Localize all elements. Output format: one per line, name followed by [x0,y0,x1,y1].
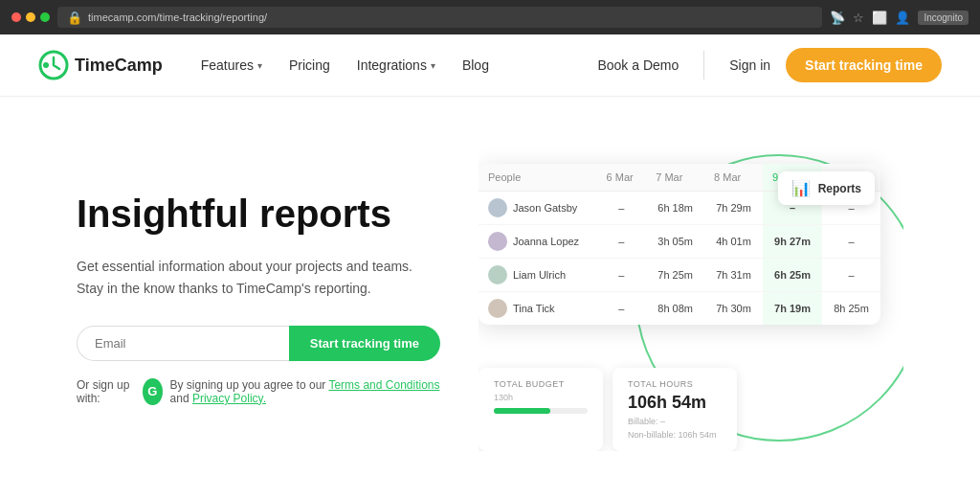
total-budget-card: TOTAL BUDGET 130h [479,368,603,451]
nav-features[interactable]: Features ▾ [201,57,262,73]
person-cell: Joanna Lopez [479,225,597,259]
reports-icon: 📊 [791,179,811,197]
table-row: Liam Ulrich – 7h 25m 7h 31m 6h 25m – [479,259,880,292]
nav-right: Book a Demo Sign in Start tracking time [597,48,942,82]
hero-title: Insightful reports [77,191,440,237]
cast-icon: 📡 [830,11,845,25]
hero-section: Insightful reports Get essential informa… [0,97,980,499]
svg-point-1 [43,62,49,68]
avatar [488,265,507,284]
window-controls [11,12,50,22]
non-billable-label: Non-billable: 106h 54m [628,430,722,440]
reports-label: Reports [818,182,861,195]
budget-progress-bar [494,408,588,414]
address-bar[interactable]: 🔒 timecamp.com/time-tracking/reporting/ [57,7,822,28]
signup-prefix: Or sign up with: [77,378,135,405]
signup-row: Or sign up with: G By signing up you agr… [77,378,440,405]
person-cell: Liam Ulrich [479,259,597,292]
minimize-dot [26,12,35,22]
logo-icon [38,50,69,80]
browser-chrome: 🔒 timecamp.com/time-tracking/reporting/ … [0,0,980,34]
nav-divider [703,51,704,79]
total-hours-label: TOTAL HOURS [628,379,722,389]
google-signup-button[interactable]: G [143,378,163,405]
total-budget-label: TOTAL BUDGET [494,379,588,389]
table-row: Tina Tick – 8h 08m 7h 30m 7h 19m 8h 25m [479,292,880,326]
navbar: TimeCamp Features ▾ Pricing Integrations… [0,34,980,97]
nav-integrations[interactable]: Integrations ▾ [357,57,435,73]
book-demo-link[interactable]: Book a Demo [597,57,679,73]
table-row: Joanna Lopez – 3h 05m 4h 01m 9h 27m – [479,225,880,259]
privacy-link[interactable]: Privacy Policy. [192,392,266,405]
total-hours-value: 106h 54m [628,393,722,413]
col-8mar: 8 Mar [704,164,763,192]
bottom-cards: TOTAL BUDGET 130h TOTAL HOURS 106h 54m B… [479,368,737,451]
nav-pricing[interactable]: Pricing [289,57,330,73]
hero-right: 📊 Reports People 6 Mar 7 Mar 8 Mar 9 Mar… [479,145,903,451]
billable-label: Billable: – [628,417,722,426]
maximize-dot [40,12,50,22]
total-hours-card: TOTAL HOURS 106h 54m Billable: – Non-bil… [612,368,737,451]
bookmark-icon: ☆ [853,11,864,25]
avatar [488,232,507,251]
col-6mar: 6 Mar [597,164,647,192]
reports-badge: 📊 Reports [778,171,875,205]
email-input[interactable] [77,326,289,361]
extensions-icon: ⬜ [872,11,887,25]
hero-left: Insightful reports Get essential informa… [77,191,479,405]
hero-form: Start tracking time [77,326,440,361]
sign-in-link[interactable]: Sign in [729,57,770,73]
integrations-arrow: ▾ [431,60,435,71]
start-tracking-button[interactable]: Start tracking time [289,326,440,361]
incognito-badge: Incognito [918,11,969,25]
hero-description: Get essential information about your pro… [77,256,440,299]
col-7mar: 7 Mar [646,164,704,192]
terms-text: By signing up you agree to our Terms and… [170,378,440,405]
lock-icon: 🔒 [67,11,82,25]
browser-actions: 📡 ☆ ⬜ 👤 Incognito [830,11,969,25]
navbar-cta-button[interactable]: Start tracking time [786,48,942,82]
profile-icon: 👤 [895,11,910,25]
budget-progress-fill [494,408,550,414]
features-arrow: ▾ [257,60,262,71]
avatar [488,198,507,217]
col-people: People [479,164,597,192]
person-cell: Jason Gatsby [479,192,597,225]
total-budget-sub: 130h [494,393,588,402]
terms-link[interactable]: Terms and Conditions [328,378,439,392]
avatar [488,299,507,318]
person-cell: Tina Tick [479,292,597,326]
logo-text: TimeCamp [75,56,163,76]
close-dot [11,12,21,22]
nav-links: Features ▾ Pricing Integrations ▾ Blog [201,57,598,73]
url-text: timecamp.com/time-tracking/reporting/ [88,11,267,23]
logo[interactable]: TimeCamp [38,50,163,80]
nav-blog[interactable]: Blog [462,57,489,73]
